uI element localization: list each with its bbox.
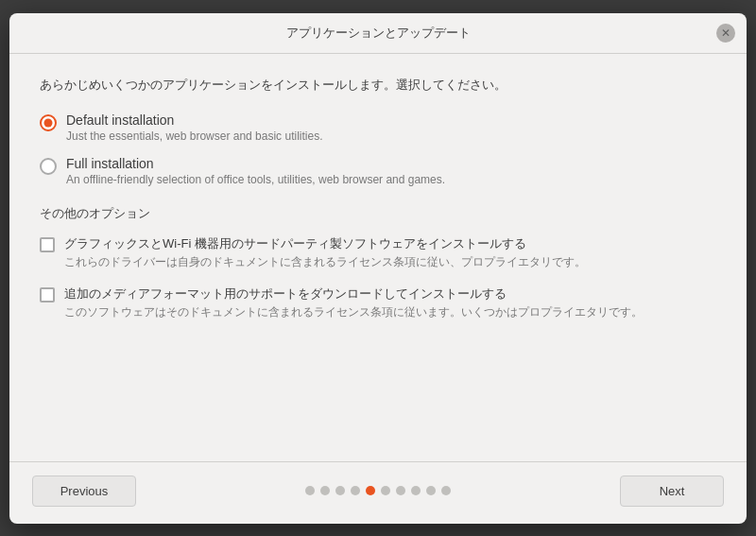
graphics-title: グラフィックスとWi-Fi 機器用のサードパーティ製ソフトウェアをインストールす… bbox=[64, 235, 586, 252]
pagination-dot-4 bbox=[366, 486, 375, 495]
full-desc: An offline-friendly selection of office … bbox=[66, 173, 445, 186]
installation-options: Default installation Just the essentials… bbox=[40, 112, 716, 186]
media-desc: このソフトウェアはそのドキュメントに含まれるライセンス条項に従います。いくつかは… bbox=[64, 304, 643, 320]
graphics-desc: これらのドライバーは自身のドキュメントに含まれるライセンス条項に従い、プロプライ… bbox=[64, 254, 586, 270]
full-label: Full installation An offline-friendly se… bbox=[66, 156, 445, 186]
pagination bbox=[305, 486, 451, 495]
pagination-dot-3 bbox=[351, 486, 360, 495]
title-bar: アプリケーションとアップデート ✕ bbox=[9, 13, 747, 54]
next-button[interactable]: Next bbox=[620, 475, 724, 507]
content-area: あらかじめいくつかのアプリケーションをインストールします。選択してください。 D… bbox=[9, 54, 747, 461]
pagination-dot-8 bbox=[426, 486, 436, 495]
media-title: 追加のメディアフォーマット用のサポートをダウンロードしてインストールする bbox=[64, 285, 643, 303]
pagination-dot-7 bbox=[411, 486, 421, 495]
default-desc: Just the essentials, web browser and bas… bbox=[66, 130, 322, 143]
default-title: Default installation bbox=[66, 112, 322, 128]
subtitle-text: あらかじめいくつかのアプリケーションをインストールします。選択してください。 bbox=[40, 77, 716, 94]
pagination-dot-6 bbox=[396, 486, 405, 495]
pagination-dot-1 bbox=[320, 486, 330, 495]
graphics-label: グラフィックスとWi-Fi 機器用のサードパーティ製ソフトウェアをインストールす… bbox=[64, 235, 586, 270]
full-title: Full installation bbox=[66, 156, 445, 171]
pagination-dot-5 bbox=[381, 486, 390, 495]
media-label: 追加のメディアフォーマット用のサポートをダウンロードしてインストールする このソ… bbox=[64, 285, 643, 320]
pagination-dot-0 bbox=[305, 486, 315, 495]
dialog-title: アプリケーションとアップデート bbox=[286, 25, 471, 42]
full-installation-option[interactable]: Full installation An offline-friendly se… bbox=[40, 156, 716, 186]
close-button[interactable]: ✕ bbox=[716, 24, 735, 43]
graphics-checkbox[interactable] bbox=[40, 237, 55, 252]
other-options-heading: その他のオプション bbox=[40, 205, 716, 222]
default-label: Default installation Just the essentials… bbox=[66, 112, 322, 143]
graphics-option[interactable]: グラフィックスとWi-Fi 機器用のサードパーティ製ソフトウェアをインストールす… bbox=[40, 235, 716, 270]
pagination-dot-9 bbox=[441, 486, 451, 495]
previous-button[interactable]: Previous bbox=[32, 475, 136, 507]
media-option[interactable]: 追加のメディアフォーマット用のサポートをダウンロードしてインストールする このソ… bbox=[40, 285, 716, 320]
default-installation-option[interactable]: Default installation Just the essentials… bbox=[40, 112, 716, 143]
full-radio[interactable] bbox=[40, 158, 57, 175]
main-dialog: アプリケーションとアップデート ✕ あらかじめいくつかのアプリケーションをインス… bbox=[9, 13, 747, 524]
default-radio[interactable] bbox=[40, 114, 57, 131]
media-checkbox[interactable] bbox=[40, 287, 55, 303]
pagination-dot-2 bbox=[335, 486, 345, 495]
footer: Previous Next bbox=[9, 461, 747, 524]
other-options: グラフィックスとWi-Fi 機器用のサードパーティ製ソフトウェアをインストールす… bbox=[40, 235, 716, 320]
